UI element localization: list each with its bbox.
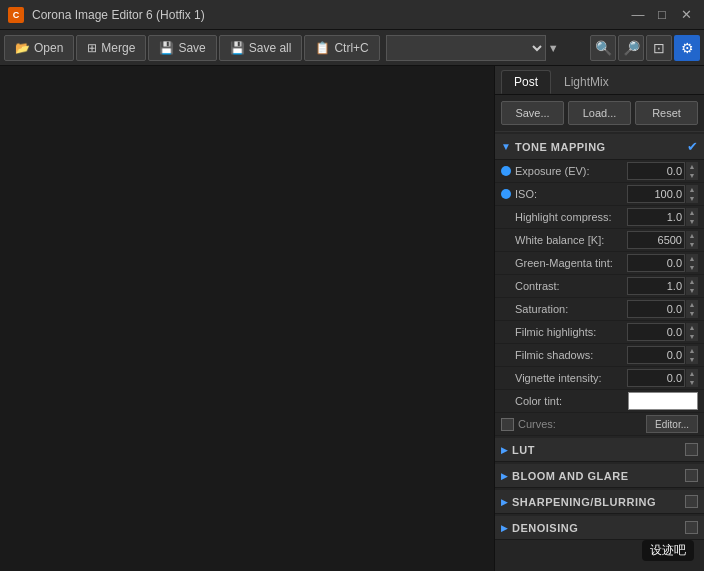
- filmic-shadows-row: Filmic shadows: ▲ ▼: [495, 344, 704, 367]
- green-magenta-spacer: [501, 258, 511, 268]
- contrast-row: Contrast: ▲ ▼: [495, 275, 704, 298]
- saturation-spacer: [501, 304, 511, 314]
- save-preset-button[interactable]: Save...: [501, 101, 564, 125]
- green-magenta-up[interactable]: ▲: [686, 254, 698, 263]
- lut-title: LUT: [512, 444, 681, 456]
- sharpening-header[interactable]: ▶ SHARPENING/BLURRING: [495, 490, 704, 514]
- watermark: 设迹吧: [642, 540, 694, 561]
- tone-mapping-header[interactable]: ▼ TONE MAPPING ✔: [495, 134, 704, 160]
- filmic-shadows-spacer: [501, 350, 511, 360]
- iso-up[interactable]: ▲: [686, 185, 698, 194]
- zoom-fit-button[interactable]: ⊡: [646, 35, 672, 61]
- saturation-up[interactable]: ▲: [686, 300, 698, 309]
- filmic-highlights-input[interactable]: [627, 323, 685, 341]
- lut-checkbox[interactable]: [685, 443, 698, 456]
- copy-label: Ctrl+C: [334, 41, 368, 55]
- white-balance-down[interactable]: ▼: [686, 240, 698, 249]
- merge-button[interactable]: ⊞ Merge: [76, 35, 146, 61]
- zoom-in-button[interactable]: 🔍: [590, 35, 616, 61]
- contrast-up[interactable]: ▲: [686, 277, 698, 286]
- filmic-highlights-spacer: [501, 327, 511, 337]
- color-tint-spacer: [501, 396, 511, 406]
- white-balance-up[interactable]: ▲: [686, 231, 698, 240]
- exposure-up[interactable]: ▲: [686, 162, 698, 171]
- vignette-down[interactable]: ▼: [686, 378, 698, 387]
- tab-lightmix[interactable]: LightMix: [551, 70, 622, 94]
- open-button[interactable]: 📂 Open: [4, 35, 74, 61]
- curves-checkbox[interactable]: [501, 418, 514, 431]
- action-row: Save... Load... Reset: [495, 95, 704, 132]
- app-title: Corona Image Editor 6 (Hotfix 1): [32, 8, 205, 22]
- copy-icon: 📋: [315, 41, 330, 55]
- color-tint-input[interactable]: [628, 392, 698, 410]
- filmic-shadows-down[interactable]: ▼: [686, 355, 698, 364]
- merge-icon: ⊞: [87, 41, 97, 55]
- maximize-button[interactable]: □: [652, 5, 672, 25]
- save-all-label: Save all: [249, 41, 292, 55]
- denoising-header[interactable]: ▶ DENOISING: [495, 516, 704, 540]
- filmic-highlights-up[interactable]: ▲: [686, 323, 698, 332]
- vignette-row: Vignette intensity: ▲ ▼: [495, 367, 704, 390]
- iso-row: ISO: ▲ ▼: [495, 183, 704, 206]
- bloom-glare-header[interactable]: ▶ BLOOM AND GLARE: [495, 464, 704, 488]
- saturation-input[interactable]: [627, 300, 685, 318]
- toolbar-right: 🔍 🔎 ⊡ ⚙: [590, 35, 700, 61]
- highlight-compress-input[interactable]: [627, 208, 685, 226]
- contrast-down[interactable]: ▼: [686, 286, 698, 295]
- bloom-glare-checkbox[interactable]: [685, 469, 698, 482]
- filmic-highlights-down[interactable]: ▼: [686, 332, 698, 341]
- minimize-button[interactable]: —: [628, 5, 648, 25]
- zoom-out-button[interactable]: 🔎: [618, 35, 644, 61]
- white-balance-label: White balance [K]:: [515, 234, 627, 246]
- open-icon: 📂: [15, 41, 30, 55]
- vignette-spinners: ▲ ▼: [686, 369, 698, 387]
- merge-label: Merge: [101, 41, 135, 55]
- vignette-up[interactable]: ▲: [686, 369, 698, 378]
- contrast-input[interactable]: [627, 277, 685, 295]
- white-balance-input[interactable]: [627, 231, 685, 249]
- color-tint-row: Color tint:: [495, 390, 704, 413]
- denoising-title: DENOISING: [512, 522, 681, 534]
- filmic-shadows-spinners: ▲ ▼: [686, 346, 698, 364]
- vignette-input[interactable]: [627, 369, 685, 387]
- sharpening-title: SHARPENING/BLURRING: [512, 496, 681, 508]
- settings-button[interactable]: ⚙: [674, 35, 700, 61]
- highlight-compress-down[interactable]: ▼: [686, 217, 698, 226]
- save-all-button[interactable]: 💾 Save all: [219, 35, 303, 61]
- green-magenta-row: Green-Magenta tint: ▲ ▼: [495, 252, 704, 275]
- highlight-compress-spinners: ▲ ▼: [686, 208, 698, 226]
- lut-header[interactable]: ▶ LUT: [495, 438, 704, 462]
- file-dropdown[interactable]: [386, 35, 546, 61]
- filmic-shadows-up[interactable]: ▲: [686, 346, 698, 355]
- load-preset-button[interactable]: Load...: [568, 101, 631, 125]
- window-controls: — □ ✕: [628, 5, 696, 25]
- curves-editor-button[interactable]: Editor...: [646, 415, 698, 433]
- saturation-down[interactable]: ▼: [686, 309, 698, 318]
- green-magenta-down[interactable]: ▼: [686, 263, 698, 272]
- open-label: Open: [34, 41, 63, 55]
- sharpening-checkbox[interactable]: [685, 495, 698, 508]
- tab-post[interactable]: Post: [501, 70, 551, 94]
- denoising-triangle: ▶: [501, 523, 508, 533]
- green-magenta-input[interactable]: [627, 254, 685, 272]
- color-tint-label: Color tint:: [515, 395, 628, 407]
- sharpening-triangle: ▶: [501, 497, 508, 507]
- iso-input[interactable]: [627, 185, 685, 203]
- filmic-highlights-row: Filmic highlights: ▲ ▼: [495, 321, 704, 344]
- exposure-down[interactable]: ▼: [686, 171, 698, 180]
- iso-down[interactable]: ▼: [686, 194, 698, 203]
- green-magenta-label: Green-Magenta tint:: [515, 257, 627, 269]
- reset-button[interactable]: Reset: [635, 101, 698, 125]
- green-magenta-spinners: ▲ ▼: [686, 254, 698, 272]
- save-icon: 💾: [159, 41, 174, 55]
- close-button[interactable]: ✕: [676, 5, 696, 25]
- copy-button[interactable]: 📋 Ctrl+C: [304, 35, 379, 61]
- filmic-shadows-input[interactable]: [627, 346, 685, 364]
- contrast-spacer: [501, 281, 511, 291]
- save-button[interactable]: 💾 Save: [148, 35, 216, 61]
- denoising-checkbox[interactable]: [685, 521, 698, 534]
- highlight-compress-up[interactable]: ▲: [686, 208, 698, 217]
- vignette-label: Vignette intensity:: [515, 372, 627, 384]
- highlight-compress-row: Highlight compress: ▲ ▼: [495, 206, 704, 229]
- exposure-input[interactable]: [627, 162, 685, 180]
